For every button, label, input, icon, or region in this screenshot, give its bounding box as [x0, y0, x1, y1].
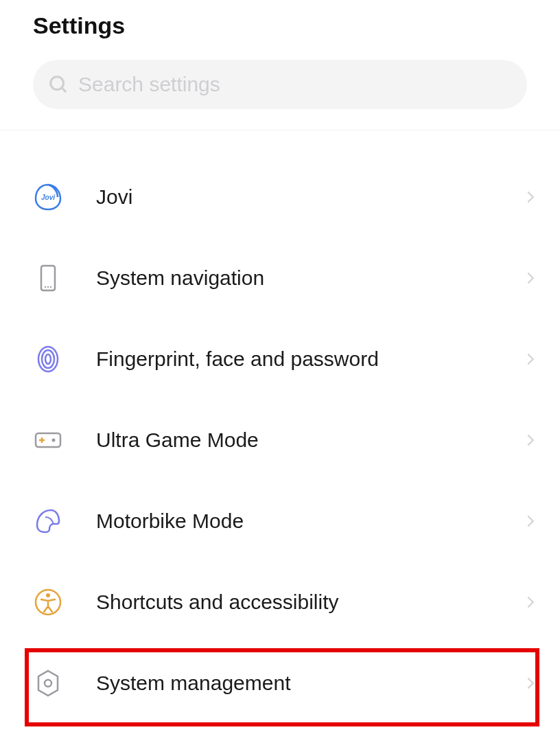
list-item-label: Jovi: [96, 185, 523, 209]
phone-icon: [33, 263, 63, 293]
list-item-ultra-game-mode[interactable]: Ultra Game Mode: [33, 400, 538, 481]
list-item-label: Shortcuts and accessibility: [96, 591, 523, 614]
chevron-right-icon: [523, 352, 538, 367]
svg-text:Jovi: Jovi: [41, 194, 55, 201]
chevron-right-icon: [523, 190, 538, 205]
svg-point-13: [46, 593, 50, 597]
accessibility-icon: [33, 587, 63, 617]
chevron-right-icon: [523, 676, 538, 691]
list-item-jovi[interactable]: Jovi Jovi: [33, 157, 538, 238]
search-placeholder: Search settings: [78, 73, 220, 96]
list-item-system-management[interactable]: System management: [33, 643, 538, 724]
chevron-right-icon: [523, 514, 538, 529]
list-item-label: Fingerprint, face and password: [96, 347, 523, 371]
svg-point-7: [45, 354, 51, 364]
gear-icon: [33, 668, 63, 698]
jovi-icon: Jovi: [33, 182, 63, 212]
search-input[interactable]: Search settings: [33, 60, 527, 109]
list-item-fingerprint[interactable]: Fingerprint, face and password: [33, 319, 538, 400]
gamepad-icon: [33, 425, 63, 455]
svg-point-11: [52, 439, 56, 442]
fingerprint-icon: [33, 344, 63, 374]
settings-list: Jovi Jovi System navigation Fingerp: [0, 130, 560, 724]
chevron-right-icon: [523, 595, 538, 610]
svg-point-6: [42, 350, 54, 368]
list-item-label: Ultra Game Mode: [96, 428, 523, 452]
search-icon: [48, 74, 69, 95]
list-item-shortcuts-accessibility[interactable]: Shortcuts and accessibility: [33, 562, 538, 643]
svg-point-15: [45, 680, 51, 687]
page-title: Settings: [33, 12, 527, 39]
svg-marker-14: [38, 671, 58, 696]
list-item-motorbike-mode[interactable]: Motorbike Mode: [33, 481, 538, 562]
svg-point-0: [51, 77, 64, 90]
chevron-right-icon: [523, 433, 538, 448]
header: Settings: [0, 0, 560, 60]
list-item-system-navigation[interactable]: System navigation: [33, 238, 538, 319]
list-item-label: Motorbike Mode: [96, 509, 523, 533]
svg-line-1: [62, 89, 67, 93]
search-container: Search settings: [0, 60, 560, 130]
list-item-label: System navigation: [96, 266, 523, 290]
list-item-label: System management: [96, 672, 523, 695]
chevron-right-icon: [523, 271, 538, 286]
helmet-icon: [33, 506, 63, 536]
